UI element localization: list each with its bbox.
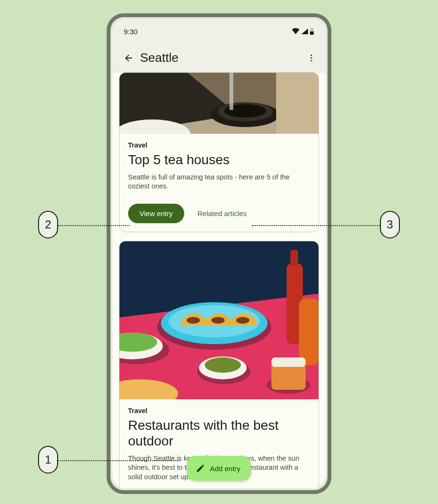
arrow-back-icon — [123, 53, 134, 63]
app-bar: Seattle — [112, 44, 326, 72]
annotation-badge-3: 3 — [380, 211, 400, 238]
signal-icon — [301, 28, 309, 35]
svg-point-21 — [187, 317, 200, 324]
card-description: Seattle is full of amazing tea spots - h… — [128, 173, 310, 191]
card-image — [119, 72, 319, 134]
card-actions: View entry Related articles — [119, 201, 319, 232]
annotation-badge-1: 1 — [38, 446, 58, 474]
overflow-menu-button[interactable] — [302, 49, 321, 68]
annotation-leader-3 — [252, 225, 381, 226]
svg-rect-13 — [276, 72, 319, 134]
more-vert-icon — [307, 53, 316, 63]
svg-rect-17 — [299, 298, 319, 365]
svg-rect-1 — [310, 31, 314, 35]
annotation-leader-1 — [58, 460, 179, 461]
add-entry-fab[interactable]: Add entry — [187, 456, 251, 481]
svg-rect-16 — [290, 250, 298, 266]
battery-icon — [309, 28, 314, 35]
fab-label: Add entry — [210, 464, 240, 473]
svg-point-22 — [211, 317, 225, 324]
card-title: Restaurants with the best outdoor — [128, 417, 310, 449]
status-icons — [291, 28, 314, 35]
svg-point-3 — [310, 54, 312, 56]
svg-rect-2 — [311, 28, 313, 29]
back-button[interactable] — [119, 49, 138, 68]
article-card[interactable]: Travel Restaurants with the best outdoor… — [119, 241, 319, 488]
view-entry-button[interactable]: View entry — [128, 204, 184, 223]
card-category: Travel — [128, 407, 310, 415]
status-bar: 9:30 — [112, 19, 326, 44]
wifi-icon — [291, 28, 300, 35]
svg-rect-32 — [271, 357, 306, 367]
page-title: Seattle — [138, 50, 302, 65]
annotation-badge-2: 2 — [38, 211, 58, 238]
svg-point-23 — [236, 317, 249, 324]
svg-point-4 — [310, 57, 312, 59]
status-time: 9:30 — [124, 28, 138, 36]
card-title: Top 5 tea houses — [128, 152, 310, 168]
device-frame: 9:30 Seattle — [107, 13, 331, 494]
device-screen: 9:30 Seattle — [112, 19, 326, 488]
card-image — [119, 241, 319, 399]
svg-rect-11 — [229, 72, 233, 110]
content-area: Travel Top 5 tea houses Seattle is full … — [112, 72, 326, 488]
card-body: Travel Top 5 tea houses Seattle is full … — [119, 134, 319, 201]
svg-point-5 — [310, 60, 312, 61]
svg-point-29 — [205, 357, 241, 373]
annotation-leader-2 — [58, 225, 129, 226]
edit-icon — [196, 464, 205, 473]
related-articles-button[interactable]: Related articles — [195, 204, 249, 223]
card-category: Travel — [128, 141, 310, 149]
article-card[interactable]: Travel Top 5 tea houses Seattle is full … — [119, 72, 319, 232]
